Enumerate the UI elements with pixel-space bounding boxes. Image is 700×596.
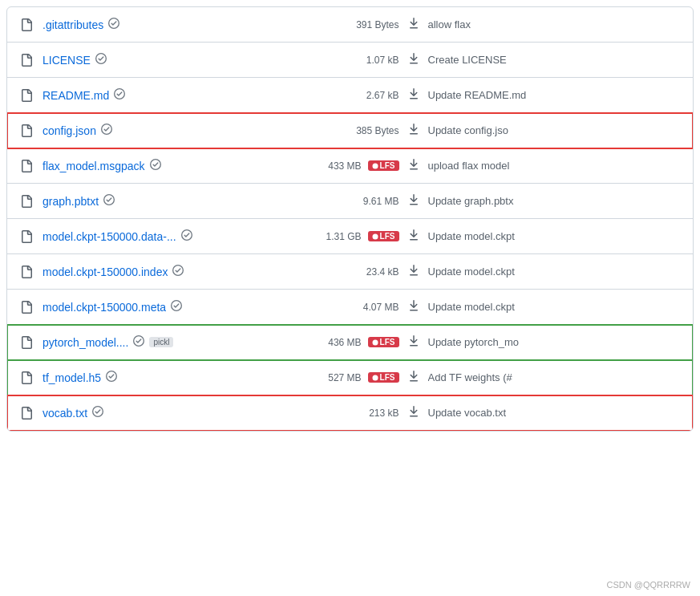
file-size-group: 391 Bytes <box>295 19 399 30</box>
check-icon <box>103 194 115 208</box>
file-table: .gitattributes391 Bytesallow flaxLICENSE… <box>6 6 694 432</box>
file-name[interactable]: LICENSE <box>42 54 91 67</box>
file-size: 433 MB <box>328 160 361 172</box>
check-icon <box>114 88 125 102</box>
file-size-group: 2.67 kB <box>295 90 399 101</box>
table-row: flax_model.msgpack433 MB LFSupload flax … <box>7 148 693 184</box>
download-icon[interactable] <box>407 264 420 279</box>
table-row: graph.pbtxt9.61 MBUpdate graph.pbtx <box>7 184 693 219</box>
download-icon[interactable] <box>407 17 420 32</box>
download-icon[interactable] <box>407 193 420 209</box>
file-size-group: 4.07 MB <box>295 302 399 313</box>
file-name[interactable]: model.ckpt-150000.index <box>42 266 168 278</box>
file-icon <box>20 266 42 278</box>
download-icon[interactable] <box>407 52 420 67</box>
file-size-group: 385 Bytes <box>295 125 399 136</box>
file-name[interactable]: graph.pbtxt <box>42 195 99 208</box>
check-icon <box>150 159 161 172</box>
file-size: 213 kB <box>369 407 399 419</box>
file-name[interactable]: tf_model.h5 <box>42 371 101 384</box>
table-row: vocab.txt213 kBUpdate vocab.txt <box>7 395 693 431</box>
check-icon <box>95 53 107 67</box>
file-icon <box>20 371 42 384</box>
lfs-badge: LFS <box>368 231 399 241</box>
check-icon <box>92 406 103 420</box>
file-icon <box>20 89 42 102</box>
file-size: 4.07 MB <box>363 302 399 313</box>
svg-point-2 <box>372 339 378 345</box>
commit-message: upload flax model <box>428 160 681 172</box>
commit-message: Update config.jso <box>428 124 681 136</box>
table-row: README.md2.67 kBUpdate README.md <box>7 78 693 113</box>
file-size: 436 MB <box>328 337 361 348</box>
check-icon <box>171 300 182 314</box>
table-row: model.ckpt-150000.meta4.07 MBUpdate mode… <box>7 290 693 325</box>
table-row: model.ckpt-150000.data-...1.31 GB LFSUpd… <box>7 219 693 254</box>
download-icon[interactable] <box>407 158 420 173</box>
file-name[interactable]: config.json <box>42 124 96 137</box>
file-name[interactable]: pytorch_model.... <box>42 336 128 349</box>
file-size: 23.4 kB <box>366 266 399 278</box>
file-size: 385 Bytes <box>356 125 399 136</box>
download-icon[interactable] <box>407 370 420 385</box>
svg-point-3 <box>372 375 378 380</box>
check-icon <box>108 18 119 31</box>
file-name[interactable]: model.ckpt-150000.data-... <box>42 230 176 243</box>
commit-message: Update vocab.txt <box>428 407 681 419</box>
file-name[interactable]: README.md <box>42 89 109 102</box>
check-icon <box>133 335 144 349</box>
download-icon[interactable] <box>407 405 420 420</box>
commit-message: Update model.ckpt <box>428 301 681 313</box>
file-icon <box>20 160 42 172</box>
file-size: 1.07 kB <box>366 55 399 66</box>
commit-message: Create LICENSE <box>428 54 681 66</box>
check-icon <box>106 371 117 384</box>
file-name[interactable]: .gitattributes <box>42 18 103 31</box>
file-icon <box>20 301 42 314</box>
file-icon <box>20 18 42 31</box>
file-size: 527 MB <box>328 372 361 383</box>
download-icon[interactable] <box>407 299 420 314</box>
lfs-badge: LFS <box>368 372 399 383</box>
file-icon <box>20 407 42 420</box>
download-icon[interactable] <box>407 87 420 103</box>
download-icon[interactable] <box>407 334 420 350</box>
download-icon[interactable] <box>407 123 420 138</box>
table-row: .gitattributes391 Bytesallow flax <box>7 7 693 43</box>
file-size-group: 436 MB LFS <box>295 337 399 348</box>
pickle-badge: pickl <box>149 337 173 347</box>
lfs-badge: LFS <box>368 160 399 171</box>
svg-point-1 <box>372 233 378 239</box>
file-name[interactable]: flax_model.msgpack <box>42 160 145 172</box>
file-size: 2.67 kB <box>366 90 399 101</box>
table-row: config.json385 BytesUpdate config.jso <box>7 113 693 148</box>
file-size: 1.31 GB <box>326 231 362 242</box>
table-row: pytorch_model....pickl436 MB LFSUpdate p… <box>7 325 693 360</box>
commit-message: Update graph.pbtx <box>428 195 681 207</box>
file-name[interactable]: vocab.txt <box>42 407 87 420</box>
file-icon <box>20 230 42 243</box>
commit-message: Update README.md <box>428 89 681 101</box>
commit-message: Update model.ckpt <box>428 266 681 278</box>
lfs-badge: LFS <box>368 337 399 347</box>
file-name[interactable]: model.ckpt-150000.meta <box>42 301 166 314</box>
file-size: 9.61 MB <box>363 196 399 207</box>
file-size-group: 1.31 GB LFS <box>295 231 399 242</box>
file-icon <box>20 54 42 67</box>
download-icon[interactable] <box>407 229 420 244</box>
commit-message: allow flax <box>428 18 681 30</box>
check-icon <box>101 124 112 137</box>
table-row: model.ckpt-150000.index23.4 kBUpdate mod… <box>7 254 693 290</box>
file-icon <box>20 124 42 137</box>
file-icon <box>20 336 42 349</box>
commit-message: Update model.ckpt <box>428 230 681 242</box>
commit-message: Update pytorch_mo <box>428 336 681 348</box>
file-size-group: 1.07 kB <box>295 55 399 66</box>
svg-point-0 <box>372 163 378 168</box>
file-size-group: 527 MB LFS <box>295 372 399 383</box>
file-size-group: 213 kB <box>295 407 399 419</box>
table-row: tf_model.h5527 MB LFSAdd TF weights (# <box>7 360 693 395</box>
table-row: LICENSE1.07 kBCreate LICENSE <box>7 43 693 78</box>
check-icon <box>172 265 184 278</box>
commit-message: Add TF weights (# <box>428 371 681 383</box>
